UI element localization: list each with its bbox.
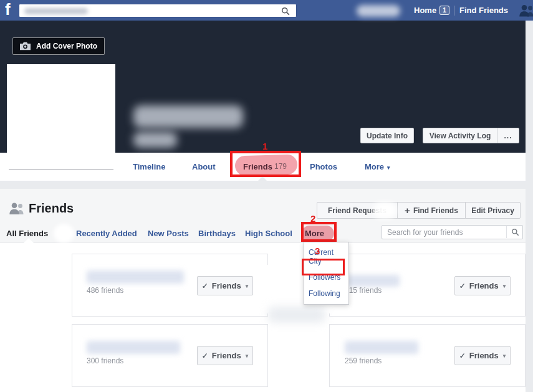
facebook-friends-page: f Home 1 Find Friends Add Cover Photo Up… — [0, 0, 533, 392]
tab-timeline[interactable]: Timeline — [133, 153, 166, 181]
tab-more[interactable]: More▾ — [365, 153, 390, 181]
tab-about[interactable]: About — [192, 153, 216, 181]
activity-button-group: View Activity Log ... — [423, 128, 519, 143]
subtab-recently-added[interactable]: Recently Added — [76, 225, 137, 242]
blurred-friend-name — [87, 341, 180, 354]
find-friends-label: Find Friends — [413, 206, 458, 215]
home-notification-badge: 1 — [439, 6, 449, 15]
blurred-user-name-line2 — [133, 132, 177, 148]
profile-picture-frame-edge — [9, 170, 113, 170]
add-cover-photo-button[interactable]: Add Cover Photo — [12, 37, 105, 55]
update-info-button[interactable]: Update Info — [360, 128, 414, 143]
home-link[interactable]: Home — [414, 0, 436, 21]
facebook-logo[interactable]: f — [5, 0, 11, 21]
profile-picture[interactable] — [7, 64, 115, 170]
check-icon: ✓ — [202, 351, 208, 360]
friends-button-label: Friends — [212, 281, 241, 290]
edit-privacy-button[interactable]: Edit Privacy — [465, 202, 521, 219]
annotation-step-3: 3 — [315, 246, 320, 256]
blur-smudge — [268, 307, 325, 323]
tab-more-label: More — [365, 162, 384, 171]
annotation-step-1: 1 — [262, 141, 267, 151]
friends-status-button[interactable]: ✓ Friends ▾ — [454, 276, 511, 295]
check-icon: ✓ — [202, 282, 208, 290]
friend-count: 259 friends — [345, 356, 382, 365]
caret-down-icon: ▾ — [503, 353, 506, 359]
subtab-new-posts[interactable]: New Posts — [148, 225, 189, 242]
friends-status-button[interactable]: ✓ Friends ▾ — [197, 346, 253, 365]
camera-icon — [20, 42, 31, 50]
friends-button-label: Friends — [469, 281, 499, 290]
blurred-search-text — [24, 8, 88, 14]
friends-status-button[interactable]: ✓ Friends ▾ — [454, 346, 511, 365]
active-subtab-notch — [24, 238, 34, 243]
blur-spot-2 — [54, 224, 74, 243]
divider — [454, 6, 454, 16]
top-nav-bar: f — [0, 0, 533, 21]
divider — [506, 226, 507, 238]
view-activity-log-button[interactable]: View Activity Log — [423, 128, 497, 143]
dropdown-item-following[interactable]: Following — [304, 285, 348, 302]
top-search-bar[interactable] — [19, 4, 297, 17]
add-cover-photo-label: Add Cover Photo — [36, 42, 97, 50]
plus-icon: + — [405, 205, 410, 216]
annotation-box-more — [301, 222, 337, 242]
friends-status-button[interactable]: ✓ Friends ▾ — [197, 276, 253, 295]
friend-count: 486 friends — [87, 286, 123, 295]
caret-down-icon: ▾ — [503, 283, 506, 289]
friends-icon — [9, 202, 25, 215]
more-options-button[interactable]: ... — [497, 128, 519, 143]
check-icon: ✓ — [459, 282, 466, 290]
friends-button-label: Friends — [469, 351, 499, 360]
tab-photos[interactable]: Photos — [310, 153, 337, 181]
search-icon[interactable] — [281, 7, 290, 16]
annotation-step-2: 2 — [310, 213, 315, 224]
friend-count: 215 friends — [345, 286, 382, 295]
annotation-box-friends-tab — [230, 151, 301, 177]
friends-section-title: Friends — [29, 201, 74, 216]
blurred-account-name — [357, 5, 400, 17]
friend-requests-icon[interactable] — [518, 4, 533, 17]
find-friends-button[interactable]: +Find Friends — [397, 202, 466, 219]
subtab-high-school[interactable]: High School — [245, 225, 292, 242]
friends-button-label: Friends — [212, 351, 241, 360]
blur-spot — [373, 202, 396, 219]
friends-action-buttons: Friend Requests +Find Friends Edit Priva… — [317, 202, 521, 219]
blurred-user-name — [133, 105, 243, 128]
blurred-friend-name — [345, 275, 400, 287]
check-icon: ✓ — [459, 351, 466, 360]
caret-down-icon: ▾ — [387, 165, 390, 171]
find-friends-link[interactable]: Find Friends — [459, 0, 508, 21]
blurred-friend-name — [345, 341, 418, 354]
caret-down-icon: ▾ — [246, 353, 249, 359]
caret-down-icon: ▾ — [246, 283, 249, 289]
blurred-friend-name — [87, 270, 184, 284]
subtab-birthdays[interactable]: Birthdays — [198, 225, 236, 242]
annotation-box-followers — [302, 259, 345, 275]
friends-search-input[interactable] — [382, 225, 523, 239]
search-icon[interactable] — [511, 228, 519, 236]
friend-count: 300 friends — [87, 356, 123, 365]
